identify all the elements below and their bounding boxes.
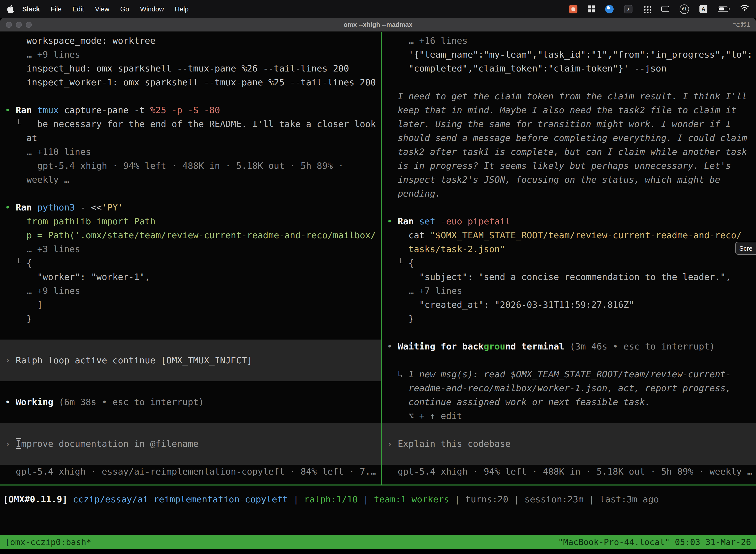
terminal-line: inspect task2's JSON, focusing on the st…: [382, 173, 756, 187]
menu-window[interactable]: Window: [135, 5, 170, 13]
prompt-improve-documentation[interactable]: › Improve documentation in @filename: [0, 423, 381, 465]
terminal-line: '{"team_name":"my-team","task_id":"1","f…: [382, 48, 756, 62]
text-segment: {: [26, 258, 32, 268]
text-segment: (6m 38s • esc to interrupt): [59, 397, 204, 407]
screen: Slack File Edit View Go Window Help ❯ 61…: [0, 0, 756, 554]
terminal-line: gpt-5.4 xhigh · 94% left · 488K in · 5.1…: [0, 159, 381, 173]
text-segment: last:3m ago: [600, 494, 659, 504]
text-segment: tasks/task-2.json": [408, 244, 505, 254]
dots-grid-icon[interactable]: [643, 5, 651, 13]
terminal-content: workspace_mode: worktree … +9 lines insp…: [0, 32, 756, 485]
text-segment: }: [26, 313, 32, 324]
apple-icon: [7, 5, 14, 13]
text-segment: •: [387, 216, 397, 226]
text-segment: 1 new msg(s): read $OMX_TEAM_STATE_ROOT/…: [408, 369, 731, 379]
text-segment: 'PY': [102, 202, 123, 213]
right-pane-stats-line: gpt-5.4 xhigh · 94% left · 488K in · 5.1…: [382, 465, 756, 479]
blue-app-icon[interactable]: [605, 5, 614, 13]
text-segment: workspace_mode: worktree: [26, 35, 155, 46]
text-segment: python3: [37, 202, 80, 213]
omx-status-line: [OMX#0.11.9] cczip/essay/ai-reimplementa…: [0, 492, 756, 506]
menu-app-name[interactable]: Slack: [17, 5, 45, 13]
terminal-line: … +9 lines: [0, 284, 381, 298]
menu-view[interactable]: View: [89, 5, 115, 13]
terminal-line: tasks/task-2.json": [382, 242, 756, 256]
battery-percentage-badge[interactable]: 61: [680, 4, 689, 14]
close-button[interactable]: [6, 21, 12, 27]
window-title-bar[interactable]: omx --xhigh --madmax ⌥⌘1: [0, 18, 756, 32]
text-segment: "subject": "send a concise recommendatio…: [419, 272, 731, 282]
window-controls: [0, 21, 32, 27]
text-segment: gpt-5.4 xhigh · 94% left · 488K in · 5.1…: [37, 160, 343, 171]
text-segment: … +3 lines: [26, 244, 80, 254]
text-segment: mprove documentation in @filename: [21, 438, 198, 449]
text-segment: Waiting for back: [397, 341, 484, 351]
terminal-pane-right[interactable]: … +16 lines '{"team_name":"my-team","tas…: [382, 32, 756, 485]
menu-bar: Slack File Edit View Go Window Help ❯ 61…: [0, 0, 756, 18]
terminal-pane-left[interactable]: workspace_mode: worktree … +9 lines insp…: [0, 32, 381, 485]
terminal-line: p = Path('.omx/state/team/review-current…: [0, 228, 381, 242]
display-mirroring-icon[interactable]: [661, 6, 669, 12]
text-segment: cczip/essay/ai-reimplementation-copyleft: [73, 494, 288, 504]
terminal-line: … +7 lines: [382, 284, 756, 298]
terminal-line: weekly …: [0, 173, 381, 187]
text-segment: I need to get the claim token from the c…: [397, 91, 747, 101]
prompt-explain-codebase[interactable]: › Explain this codebase: [382, 423, 756, 465]
menu-bar-status-items: ❯ 61 A: [569, 4, 749, 14]
text-segment: "worker": "worker-1",: [37, 272, 150, 282]
text-segment: weekly …: [26, 174, 69, 185]
terminal-line: I need to get the claim token from the c…: [382, 89, 756, 103]
ralph-loop-banner[interactable]: › Ralph loop active continue [OMX_TMUX_I…: [0, 340, 381, 381]
tmux-status-bar: [omx-cczip0:bash* "MacBook-Pro-44.local"…: [0, 535, 756, 549]
text-segment: … +16 lines: [408, 35, 467, 46]
menu-file[interactable]: File: [45, 5, 67, 13]
text-segment: be necessary for the end of the README. …: [37, 119, 376, 129]
menu-edit[interactable]: Edit: [67, 5, 89, 13]
left-pane-stats-line: gpt-5.4 xhigh · essay/ai-reimplementatio…: [0, 465, 381, 479]
text-segment: Ran: [16, 105, 37, 115]
text-segment: |: [288, 494, 304, 504]
text-segment: [OMX#0.11.9]: [3, 494, 73, 504]
text-segment: at: [26, 132, 37, 143]
text-segment: •: [5, 105, 16, 115]
tmux-session-info: [omx-cczip0:bash*: [5, 535, 91, 549]
terminal-line: … +16 lines: [382, 34, 756, 48]
text-segment: team:1 workers: [374, 494, 449, 504]
text-segment: '{"team_name":"my-team","task_id":"1","f…: [408, 49, 753, 60]
text-segment: continue assigned work or next feasible …: [408, 397, 650, 407]
terminal-line: … +3 lines: [0, 242, 381, 256]
text-segment: └: [397, 258, 408, 268]
text-segment: "created_at": "2026-03-31T11:59:27.816Z": [419, 299, 634, 310]
text-segment: … +9 lines: [26, 49, 80, 60]
text-segment: pending.: [397, 188, 441, 199]
text-segment: session:23m: [524, 494, 583, 504]
text-segment: nd terminal: [505, 341, 570, 351]
input-source-icon[interactable]: A: [699, 5, 707, 13]
battery-icon[interactable]: [718, 6, 730, 12]
minimize-button[interactable]: [16, 21, 22, 27]
text-segment: readme-and-reco/mailbox/worker-1.json, a…: [408, 383, 731, 393]
window-grid-icon[interactable]: [588, 5, 595, 12]
terminal-app-icon[interactable]: ❯: [624, 5, 632, 13]
menu-help[interactable]: Help: [170, 5, 194, 13]
text-segment: gpt-5.4 xhigh · essay/ai-reimplementatio…: [16, 466, 376, 477]
text-segment: |: [449, 494, 465, 504]
zoom-button[interactable]: [26, 21, 32, 27]
terminal-line: readme-and-reco/mailbox/worker-1.json, a…: [382, 381, 756, 395]
text-segment: capture-pane -t: [64, 105, 150, 115]
text-segment: ↳: [397, 369, 408, 379]
text-segment: - <<: [80, 202, 102, 213]
text-segment: Ran: [16, 202, 37, 213]
text-segment: ›: [5, 438, 16, 449]
text-segment: "completed","claim_token":"claim-token"}…: [408, 63, 667, 73]
wifi-icon[interactable]: [740, 5, 749, 13]
apple-menu[interactable]: [7, 5, 14, 13]
terminal-line: "created_at": "2026-03-31T11:59:27.816Z": [382, 298, 756, 312]
waiting-status-line: • Waiting for background terminal (3m 46…: [382, 340, 756, 353]
text-segment: └: [16, 119, 37, 129]
menu-go[interactable]: Go: [115, 5, 135, 13]
text-segment: turns:20: [465, 494, 508, 504]
text-segment: Ralph loop active continue [OMX_TMUX_INJ…: [16, 355, 252, 365]
text-segment: -euo pipefail: [441, 216, 511, 226]
record-indicator-icon[interactable]: [569, 5, 577, 13]
